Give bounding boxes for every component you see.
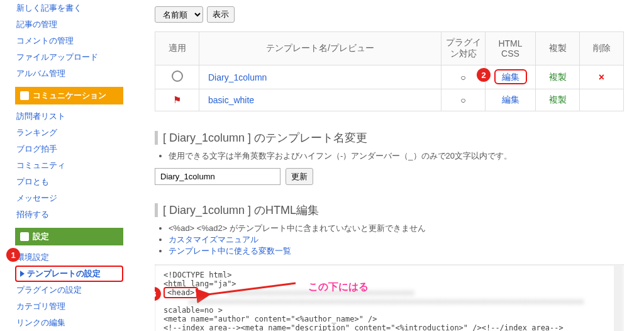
- side-ranking[interactable]: ランキング: [15, 125, 123, 141]
- side-visitors[interactable]: 訪問者リスト: [15, 108, 123, 125]
- table-row: ⚑ basic_white ○ 編集 複製: [155, 89, 624, 111]
- code-line: <!DOCTYPE html>: [164, 271, 615, 279]
- side-community[interactable]: コミュニティ: [15, 157, 123, 174]
- code-line: <html lang="ja">: [164, 279, 615, 288]
- side-links[interactable]: リンクの編集: [15, 315, 123, 331]
- edit-html-link[interactable]: 編集: [502, 94, 519, 104]
- rename-note: 使用できる文字は半角英数字およびハイフン（-）アンダーバー（_）のみで20文字以…: [169, 150, 624, 162]
- edit-html-link[interactable]: 編集: [494, 69, 527, 84]
- title-bar-icon: [155, 203, 158, 217]
- template-name-link[interactable]: basic_white: [208, 95, 254, 105]
- side-env[interactable]: 環境設定: [15, 249, 123, 266]
- delete-cell: [580, 89, 624, 111]
- th-name: テンプレート名/プレビュー: [199, 32, 441, 65]
- code-line: <meta name="author" content="<%author_na…: [164, 315, 615, 323]
- th-del: 削除: [580, 32, 624, 65]
- side-album[interactable]: アルバム管理: [15, 65, 123, 82]
- htmledit-note: <%ad> <%ad2> がテンプレート中に含まれていないと更新できません: [169, 223, 624, 234]
- htmledit-section-title: [ Diary_1column ] のHTML編集: [155, 203, 624, 218]
- people-icon: [20, 91, 29, 100]
- cat-set-label: 設定: [33, 231, 49, 242]
- annotation-badge-3: 3: [155, 287, 161, 301]
- sidebar: 新しく記事を書く 記事の管理 コメントの管理 ファイルアップロード アルバム管理…: [0, 0, 132, 331]
- side-template-label: テンプレートの設定: [27, 268, 101, 279]
- delete-icon[interactable]: ×: [599, 72, 604, 82]
- annotation-badge-2: 2: [477, 68, 491, 82]
- main-content: 名前順 表示 適用 テンプレート名/プレビュー プラグイン対応 HTML CSS…: [132, 0, 644, 331]
- side-plugin[interactable]: プラグインの設定: [15, 282, 123, 298]
- duplicate-link[interactable]: 複製: [549, 94, 567, 104]
- template-name-link[interactable]: Diary_1column: [208, 72, 267, 82]
- side-protomo[interactable]: プロとも: [15, 174, 123, 190]
- scrollbar[interactable]: [614, 266, 623, 331]
- th-plugin: プラグイン対応: [441, 32, 486, 65]
- template-table: 適用 テンプレート名/プレビュー プラグイン対応 HTML CSS 複製 削除 …: [155, 31, 624, 111]
- apply-radio[interactable]: [172, 70, 183, 82]
- side-clap[interactable]: ブログ拍手: [15, 141, 123, 157]
- sidebar-cat-communication: コミュニケーション: [15, 87, 123, 104]
- side-manage-comment[interactable]: コメントの管理: [15, 33, 123, 49]
- th-apply: 適用: [155, 32, 199, 65]
- table-row: Diary_1column ○ 2 編集 複製 ×: [155, 65, 624, 89]
- rename-title-text: [ Diary_1column ] のテンプレート名変更: [163, 130, 367, 145]
- htmledit-title-text: [ Diary_1column ] のHTML編集: [163, 203, 319, 218]
- variable-list-link[interactable]: テンプレート中に使える変数一覧: [169, 245, 624, 257]
- side-category[interactable]: カテゴリ管理: [15, 298, 123, 315]
- html-editor[interactable]: <!DOCTYPE html> <html lang="ja"> 3 <head…: [155, 264, 624, 331]
- side-new-post[interactable]: 新しく記事を書く: [15, 0, 123, 16]
- annotation-badge-1: 1: [6, 248, 20, 262]
- side-message[interactable]: メッセージ: [15, 190, 123, 206]
- triangle-icon: [20, 271, 25, 277]
- title-bar-icon: [155, 131, 158, 145]
- cat-comm-label: コミュニケーション: [33, 90, 106, 101]
- plugin-cell: ○: [441, 89, 486, 111]
- side-manage-post[interactable]: 記事の管理: [15, 16, 123, 33]
- code-line: scalable=no >: [164, 306, 615, 315]
- duplicate-link[interactable]: 複製: [549, 72, 567, 82]
- customize-manual-link[interactable]: カスタマイズマニュアル: [169, 234, 624, 245]
- monitor-icon: [20, 232, 29, 241]
- update-button[interactable]: 更新: [286, 168, 313, 185]
- th-html: HTML CSS: [486, 32, 536, 65]
- flag-icon: ⚑: [173, 94, 181, 105]
- sidebar-cat-settings: 設定: [15, 228, 123, 245]
- annotation-text: この下にはる: [308, 281, 369, 294]
- blurred-code: xxxxxxxxxxxxxxxxxxxxxxxxxxxxxxxxxxxxxxxx…: [189, 297, 584, 306]
- rename-section-title: [ Diary_1column ] のテンプレート名変更: [155, 130, 624, 145]
- th-dup: 複製: [536, 32, 580, 65]
- template-name-input[interactable]: [155, 168, 280, 185]
- code-line: <!--index_area--><meta name="description…: [164, 323, 615, 331]
- sort-select[interactable]: 名前順: [155, 6, 203, 23]
- side-invite[interactable]: 招待する: [15, 206, 123, 223]
- side-template-settings[interactable]: テンプレートの設定: [15, 266, 123, 282]
- side-file-upload[interactable]: ファイルアップロード: [15, 49, 123, 65]
- show-button[interactable]: 表示: [207, 6, 235, 23]
